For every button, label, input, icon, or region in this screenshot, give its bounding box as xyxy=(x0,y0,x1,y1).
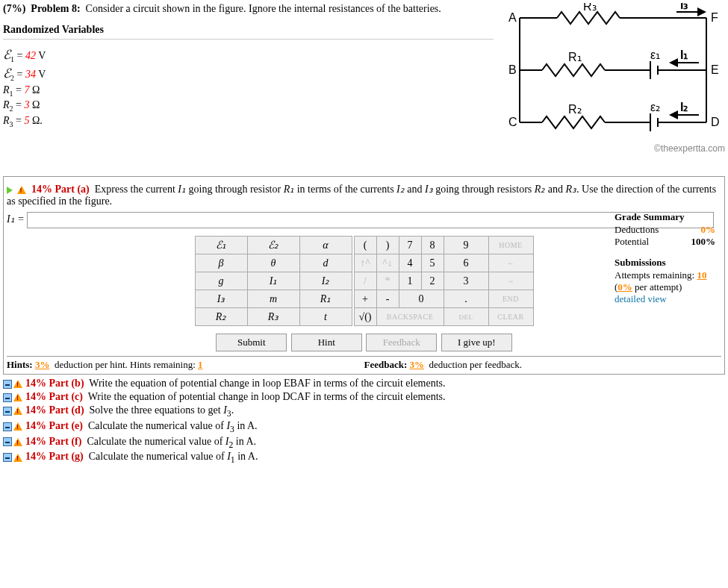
svg-text:B: B xyxy=(508,63,517,76)
hint-button[interactable]: Hint xyxy=(291,334,362,351)
svg-text:I₁: I₁ xyxy=(680,49,688,61)
collapse-icon[interactable] xyxy=(3,380,12,389)
part-a-row: 14% Part (a) Express the current I₁ goin… xyxy=(7,183,721,207)
warning-icon xyxy=(13,393,22,401)
svg-text:ε₁: ε₁ xyxy=(650,49,660,61)
svg-text:A: A xyxy=(508,11,517,24)
svg-marker-16 xyxy=(669,58,678,67)
part-e-row[interactable]: 14% Part (e) Calculate the numerical val… xyxy=(3,420,725,434)
svg-text:I₂: I₂ xyxy=(680,101,688,113)
svg-text:E: E xyxy=(711,63,719,76)
part-b-row[interactable]: 14% Part (b) Write the equation of poten… xyxy=(3,378,725,390)
grade-summary: Grade Summary Deductions0% Potential100%… xyxy=(615,211,715,305)
expand-icon[interactable] xyxy=(7,187,13,194)
warning-icon xyxy=(17,186,26,194)
svg-text:R₂: R₂ xyxy=(568,103,582,116)
collapse-icon[interactable] xyxy=(3,393,12,402)
answer-lhs: I₁ = xyxy=(7,213,27,225)
svg-text:I₃: I₃ xyxy=(680,3,688,11)
problem-heading: (7%) Problem 8: Consider a circuit shown… xyxy=(3,3,494,15)
warning-icon xyxy=(13,438,22,446)
variable-list: ℰ1 = 42 V ℰ2 = 34 V R1 = 7 Ω R2 = 3 Ω R3… xyxy=(3,47,494,128)
submit-button[interactable]: Submit xyxy=(216,334,287,351)
circuit-diagram: R₃ I₃ R₁ ε₁ I₁ xyxy=(505,3,721,137)
warning-icon xyxy=(13,380,22,388)
svg-text:C: C xyxy=(508,116,517,128)
collapse-icon[interactable] xyxy=(3,407,12,416)
warning-icon xyxy=(13,454,22,462)
part-c-row[interactable]: 14% Part (c) Write the equation of poten… xyxy=(3,391,725,403)
symbol-keypad[interactable]: ℰ₁ℰ₂α βθd gI₁I₂ I₃mR₁ R₂R₃t xyxy=(195,236,352,326)
giveup-button[interactable]: I give up! xyxy=(441,334,512,351)
part-d-row[interactable]: 14% Part (d) Solve the three equations t… xyxy=(3,404,725,419)
svg-marker-4 xyxy=(697,7,706,16)
collapse-icon[interactable] xyxy=(3,437,12,446)
svg-marker-26 xyxy=(669,110,678,119)
hint-feedback-bar: Hints: 3% deduction per hint. Hints rema… xyxy=(7,356,721,371)
warning-icon xyxy=(13,407,22,415)
warning-icon xyxy=(13,422,22,431)
feedback-button[interactable]: Feedback xyxy=(366,334,437,351)
svg-text:R₃: R₃ xyxy=(583,3,597,13)
collapse-icon[interactable] xyxy=(3,453,12,462)
numeric-keypad[interactable]: ()789HOME ↑^^↓456← /*123→ +-0.END √()BAC… xyxy=(354,236,534,326)
svg-text:F: F xyxy=(711,11,718,24)
part-f-row[interactable]: 14% Part (f) Calculate the numerical val… xyxy=(3,436,725,450)
svg-text:ε₂: ε₂ xyxy=(650,101,660,113)
copyright: ©theexpertta.com xyxy=(501,143,725,154)
answer-input[interactable] xyxy=(27,212,714,228)
svg-text:R₁: R₁ xyxy=(568,51,582,63)
randomized-variables-heading: Randomized Variables xyxy=(3,24,494,40)
detailed-view-link[interactable]: detailed view xyxy=(615,293,715,305)
part-g-row[interactable]: 14% Part (g) Calculate the numerical val… xyxy=(3,451,725,465)
collapse-icon[interactable] xyxy=(3,422,12,431)
svg-text:D: D xyxy=(711,116,720,128)
